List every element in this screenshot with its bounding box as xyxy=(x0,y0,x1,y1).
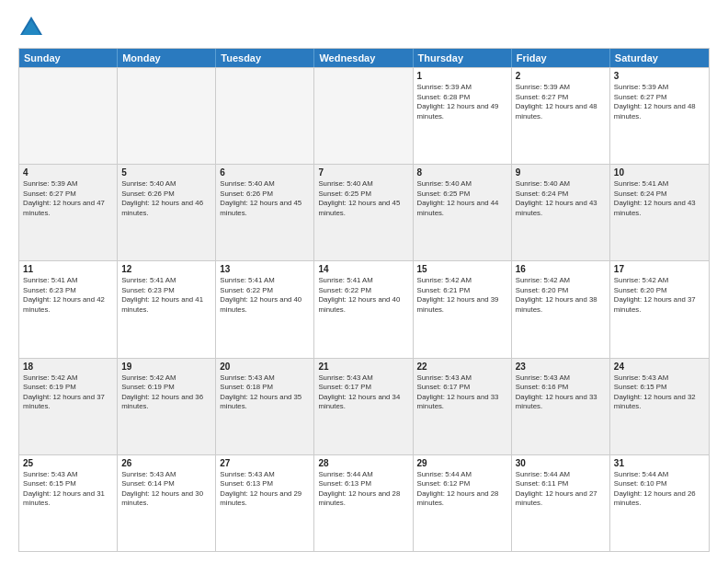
day-number: 31 xyxy=(614,458,705,468)
calendar-cell: 22Sunrise: 5:43 AM Sunset: 6:17 PM Dayli… xyxy=(414,359,512,454)
calendar-cell: 10Sunrise: 5:41 AM Sunset: 6:24 PM Dayli… xyxy=(610,165,709,260)
calendar-cell: 11Sunrise: 5:41 AM Sunset: 6:23 PM Dayli… xyxy=(19,261,118,357)
calendar-cell: 1Sunrise: 5:39 AM Sunset: 6:28 PM Daylig… xyxy=(414,68,512,164)
day-info: Sunrise: 5:43 AM Sunset: 6:17 PM Dayligh… xyxy=(417,373,507,412)
day-number: 14 xyxy=(318,264,408,274)
day-number: 9 xyxy=(516,167,606,178)
day-info: Sunrise: 5:41 AM Sunset: 6:24 PM Dayligh… xyxy=(614,179,705,218)
day-info: Sunrise: 5:42 AM Sunset: 6:20 PM Dayligh… xyxy=(614,276,705,315)
calendar-cell: 24Sunrise: 5:43 AM Sunset: 6:15 PM Dayli… xyxy=(610,359,709,454)
page: SundayMondayTuesdayWednesdayThursdayFrid… xyxy=(0,0,728,563)
calendar-row: 25Sunrise: 5:43 AM Sunset: 6:15 PM Dayli… xyxy=(19,454,709,551)
day-number: 13 xyxy=(220,264,310,274)
day-info: Sunrise: 5:39 AM Sunset: 6:27 PM Dayligh… xyxy=(614,83,705,121)
day-number: 17 xyxy=(614,264,705,274)
day-number: 7 xyxy=(318,167,408,178)
day-info: Sunrise: 5:44 AM Sunset: 6:12 PM Dayligh… xyxy=(417,470,507,509)
day-number: 25 xyxy=(23,458,113,468)
day-number: 10 xyxy=(614,167,705,178)
header xyxy=(18,15,710,40)
day-info: Sunrise: 5:43 AM Sunset: 6:15 PM Dayligh… xyxy=(614,373,705,412)
calendar-cell: 19Sunrise: 5:42 AM Sunset: 6:19 PM Dayli… xyxy=(118,359,216,454)
calendar-cell: 18Sunrise: 5:42 AM Sunset: 6:19 PM Dayli… xyxy=(19,359,118,454)
day-info: Sunrise: 5:40 AM Sunset: 6:26 PM Dayligh… xyxy=(220,179,310,218)
day-number: 3 xyxy=(614,71,705,81)
day-number: 11 xyxy=(23,264,113,274)
calendar-cell: 8Sunrise: 5:40 AM Sunset: 6:25 PM Daylig… xyxy=(414,165,512,260)
logo-icon xyxy=(18,15,44,40)
day-info: Sunrise: 5:41 AM Sunset: 6:22 PM Dayligh… xyxy=(220,276,310,315)
day-number: 12 xyxy=(121,264,211,274)
calendar-cell xyxy=(314,68,413,164)
calendar-cell: 20Sunrise: 5:43 AM Sunset: 6:18 PM Dayli… xyxy=(216,359,314,454)
day-number: 20 xyxy=(220,362,310,372)
cal-header-wednesday: Wednesday xyxy=(314,49,413,67)
day-info: Sunrise: 5:41 AM Sunset: 6:22 PM Dayligh… xyxy=(318,276,408,315)
day-info: Sunrise: 5:41 AM Sunset: 6:23 PM Dayligh… xyxy=(121,276,211,315)
cal-header-tuesday: Tuesday xyxy=(216,49,314,67)
day-number: 15 xyxy=(417,264,507,274)
calendar-cell: 26Sunrise: 5:43 AM Sunset: 6:14 PM Dayli… xyxy=(118,455,216,551)
day-number: 1 xyxy=(417,71,507,81)
day-info: Sunrise: 5:41 AM Sunset: 6:23 PM Dayligh… xyxy=(23,276,113,315)
calendar-cell: 3Sunrise: 5:39 AM Sunset: 6:27 PM Daylig… xyxy=(610,68,709,164)
calendar-cell: 29Sunrise: 5:44 AM Sunset: 6:12 PM Dayli… xyxy=(414,455,512,551)
cal-header-sunday: Sunday xyxy=(19,49,118,67)
day-info: Sunrise: 5:43 AM Sunset: 6:18 PM Dayligh… xyxy=(220,373,310,412)
calendar-cell: 31Sunrise: 5:44 AM Sunset: 6:10 PM Dayli… xyxy=(610,455,709,551)
day-number: 30 xyxy=(516,458,606,468)
calendar-cell: 4Sunrise: 5:39 AM Sunset: 6:27 PM Daylig… xyxy=(19,165,118,260)
day-info: Sunrise: 5:40 AM Sunset: 6:24 PM Dayligh… xyxy=(516,179,606,218)
calendar-cell: 28Sunrise: 5:44 AM Sunset: 6:13 PM Dayli… xyxy=(314,455,413,551)
day-number: 19 xyxy=(121,362,211,372)
day-info: Sunrise: 5:42 AM Sunset: 6:21 PM Dayligh… xyxy=(417,276,507,315)
calendar-cell: 27Sunrise: 5:43 AM Sunset: 6:13 PM Dayli… xyxy=(216,455,314,551)
calendar-cell: 23Sunrise: 5:43 AM Sunset: 6:16 PM Dayli… xyxy=(512,359,610,454)
calendar-row: 1Sunrise: 5:39 AM Sunset: 6:28 PM Daylig… xyxy=(19,67,709,164)
day-number: 5 xyxy=(121,167,211,178)
calendar-cell: 17Sunrise: 5:42 AM Sunset: 6:20 PM Dayli… xyxy=(610,261,709,357)
day-info: Sunrise: 5:43 AM Sunset: 6:17 PM Dayligh… xyxy=(318,373,408,412)
day-info: Sunrise: 5:40 AM Sunset: 6:25 PM Dayligh… xyxy=(318,179,408,218)
day-info: Sunrise: 5:39 AM Sunset: 6:27 PM Dayligh… xyxy=(516,83,606,121)
day-info: Sunrise: 5:43 AM Sunset: 6:13 PM Dayligh… xyxy=(220,470,310,509)
day-info: Sunrise: 5:39 AM Sunset: 6:27 PM Dayligh… xyxy=(23,179,113,218)
calendar-cell: 2Sunrise: 5:39 AM Sunset: 6:27 PM Daylig… xyxy=(512,68,610,164)
day-info: Sunrise: 5:42 AM Sunset: 6:19 PM Dayligh… xyxy=(121,373,211,412)
calendar-cell: 13Sunrise: 5:41 AM Sunset: 6:22 PM Dayli… xyxy=(216,261,314,357)
calendar-cell: 15Sunrise: 5:42 AM Sunset: 6:21 PM Dayli… xyxy=(414,261,512,357)
calendar-header: SundayMondayTuesdayWednesdayThursdayFrid… xyxy=(19,49,709,67)
day-number: 24 xyxy=(614,362,705,372)
day-number: 18 xyxy=(23,362,113,372)
cal-header-saturday: Saturday xyxy=(610,49,709,67)
day-info: Sunrise: 5:39 AM Sunset: 6:28 PM Dayligh… xyxy=(417,83,507,121)
calendar-body: 1Sunrise: 5:39 AM Sunset: 6:28 PM Daylig… xyxy=(19,67,709,551)
day-number: 28 xyxy=(318,458,408,468)
day-number: 27 xyxy=(220,458,310,468)
day-info: Sunrise: 5:43 AM Sunset: 6:16 PM Dayligh… xyxy=(516,373,606,412)
calendar-row: 4Sunrise: 5:39 AM Sunset: 6:27 PM Daylig… xyxy=(19,164,709,260)
day-info: Sunrise: 5:44 AM Sunset: 6:13 PM Dayligh… xyxy=(318,470,408,509)
calendar-cell: 5Sunrise: 5:40 AM Sunset: 6:26 PM Daylig… xyxy=(118,165,216,260)
day-number: 21 xyxy=(318,362,408,372)
day-info: Sunrise: 5:44 AM Sunset: 6:10 PM Dayligh… xyxy=(614,470,705,509)
calendar-cell: 30Sunrise: 5:44 AM Sunset: 6:11 PM Dayli… xyxy=(512,455,610,551)
calendar-row: 11Sunrise: 5:41 AM Sunset: 6:23 PM Dayli… xyxy=(19,260,709,357)
day-info: Sunrise: 5:43 AM Sunset: 6:15 PM Dayligh… xyxy=(23,470,113,509)
calendar-row: 18Sunrise: 5:42 AM Sunset: 6:19 PM Dayli… xyxy=(19,358,709,454)
calendar-cell xyxy=(216,68,314,164)
day-number: 29 xyxy=(417,458,507,468)
day-info: Sunrise: 5:40 AM Sunset: 6:25 PM Dayligh… xyxy=(417,179,507,218)
calendar: SundayMondayTuesdayWednesdayThursdayFrid… xyxy=(18,48,710,552)
cal-header-friday: Friday xyxy=(512,49,610,67)
calendar-cell: 14Sunrise: 5:41 AM Sunset: 6:22 PM Dayli… xyxy=(314,261,413,357)
calendar-cell: 16Sunrise: 5:42 AM Sunset: 6:20 PM Dayli… xyxy=(512,261,610,357)
calendar-cell: 6Sunrise: 5:40 AM Sunset: 6:26 PM Daylig… xyxy=(216,165,314,260)
calendar-cell: 21Sunrise: 5:43 AM Sunset: 6:17 PM Dayli… xyxy=(314,359,413,454)
day-number: 6 xyxy=(220,167,310,178)
calendar-cell xyxy=(19,68,118,164)
day-number: 22 xyxy=(417,362,507,372)
calendar-cell: 9Sunrise: 5:40 AM Sunset: 6:24 PM Daylig… xyxy=(512,165,610,260)
day-info: Sunrise: 5:44 AM Sunset: 6:11 PM Dayligh… xyxy=(516,470,606,509)
calendar-cell: 7Sunrise: 5:40 AM Sunset: 6:25 PM Daylig… xyxy=(314,165,413,260)
